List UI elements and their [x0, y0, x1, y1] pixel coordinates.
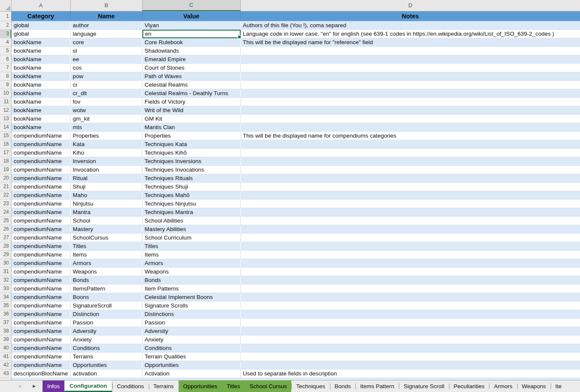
cell-name[interactable]: Passion	[71, 319, 142, 327]
cell-category[interactable]: compendiumName	[11, 234, 71, 242]
cell-value-selected[interactable]: en	[142, 30, 241, 38]
cell-value[interactable]: Emerald Empire	[142, 55, 241, 64]
sheet-tab-ite[interactable]: Ite	[551, 381, 562, 392]
cell-notes[interactable]	[241, 293, 580, 302]
cell-notes[interactable]: Used to separate fields in description	[241, 369, 580, 378]
cell-name[interactable]: Maho	[71, 191, 142, 200]
cell-category[interactable]: compendiumName	[11, 183, 71, 191]
cell-name[interactable]: Terrains	[71, 353, 142, 361]
cell-name[interactable]: gm_kit	[71, 115, 142, 123]
cell-name[interactable]: Bonds	[71, 276, 142, 285]
cell-name[interactable]: ee	[71, 55, 142, 64]
cell-name[interactable]: Armors	[71, 259, 142, 268]
cell-notes[interactable]	[241, 157, 580, 166]
cell-notes[interactable]	[241, 285, 580, 293]
header-cell-name[interactable]: Name	[71, 11, 142, 21]
cell-value[interactable]: Items	[142, 251, 241, 259]
cell-value[interactable]: Mastery Abilities	[142, 225, 241, 234]
cell-notes[interactable]	[241, 242, 580, 251]
cell-notes[interactable]	[241, 166, 580, 174]
sheet-tab-items-pattern[interactable]: Items Pattern	[355, 381, 399, 392]
cell-notes[interactable]	[241, 268, 580, 276]
cell-notes[interactable]	[241, 361, 580, 369]
sheet-tab-conditions[interactable]: Conditions	[112, 381, 149, 392]
cell-notes[interactable]	[241, 234, 580, 242]
row-number[interactable]: 12	[0, 106, 11, 115]
cell-category[interactable]: compendiumName	[11, 157, 71, 166]
cell-notes[interactable]: This will be the displayed name for comp…	[241, 132, 580, 140]
cell-value[interactable]: Fields of Victory	[142, 98, 241, 106]
sheet-nav-right-icon[interactable]: ▶	[33, 384, 36, 388]
cell-notes[interactable]	[241, 302, 580, 310]
row-number[interactable]: 28	[0, 242, 11, 251]
cell-category[interactable]: compendiumName	[11, 251, 71, 259]
row-number[interactable]: 43	[0, 369, 11, 378]
cell-value[interactable]: Techniques Rituals	[142, 174, 241, 183]
cell-name[interactable]: Shuji	[71, 183, 142, 191]
cell-notes[interactable]	[241, 310, 580, 319]
cell-category[interactable]: compendiumName	[11, 293, 71, 302]
cell-notes[interactable]	[241, 174, 580, 183]
cell-category[interactable]: compendiumName	[11, 344, 71, 353]
row-number[interactable]: 35	[0, 302, 11, 310]
cell-value[interactable]: Celestial Implement Boons	[142, 293, 241, 302]
cell-value[interactable]: Terrain Qualities	[142, 353, 241, 361]
cell-value[interactable]: Properties	[142, 132, 241, 140]
cell-category[interactable]: compendiumName	[11, 200, 71, 208]
cell-category[interactable]: compendiumName	[11, 336, 71, 344]
column-header-b[interactable]: B	[71, 0, 142, 11]
cell-notes[interactable]	[241, 225, 580, 234]
row-number[interactable]: 40	[0, 344, 11, 353]
cell-category[interactable]: bookName	[11, 106, 71, 115]
cell-category[interactable]: compendiumName	[11, 225, 71, 234]
row-number[interactable]: 9	[0, 81, 11, 89]
cell-value[interactable]: School Abilities	[142, 217, 241, 225]
cell-name[interactable]: Inversion	[71, 157, 142, 166]
sheet-tab-terrains[interactable]: Terrains	[149, 381, 179, 392]
cell-category[interactable]: bookName	[11, 47, 71, 55]
cell-name[interactable]: ItemsPattern	[71, 285, 142, 293]
cell-value[interactable]: Techniques Mantra	[142, 208, 241, 217]
cell-value[interactable]: Signature Scrolls	[142, 302, 241, 310]
row-number[interactable]: 15	[0, 132, 11, 140]
cell-notes[interactable]	[241, 183, 580, 191]
header-cell-category[interactable]: Category	[11, 11, 71, 21]
cell-name[interactable]: sl	[71, 47, 142, 55]
column-header-d[interactable]: D	[241, 0, 580, 11]
row-number[interactable]: 36	[0, 310, 11, 319]
row-number[interactable]: 41	[0, 353, 11, 361]
row-number[interactable]: 2	[0, 21, 11, 30]
cell-notes[interactable]	[241, 353, 580, 361]
cell-value[interactable]: Weapons	[142, 268, 241, 276]
cell-category[interactable]: compendiumName	[11, 353, 71, 361]
cell-category[interactable]: compendiumName	[11, 319, 71, 327]
cell-value[interactable]: Bonds	[142, 276, 241, 285]
sheet-tab-configuration[interactable]: Configuration	[64, 381, 112, 392]
sheet-tab-signature-scroll[interactable]: Signature Scroll	[399, 381, 449, 392]
sheet-tab-techniques[interactable]: Techniques	[291, 381, 330, 392]
cell-notes[interactable]	[241, 149, 580, 157]
row-number[interactable]: 32	[0, 276, 11, 285]
row-number[interactable]: 25	[0, 217, 11, 225]
row-number[interactable]: 4	[0, 38, 11, 47]
row-number[interactable]: 27	[0, 234, 11, 242]
cell-notes[interactable]	[241, 276, 580, 285]
row-number[interactable]: 34	[0, 293, 11, 302]
cell-notes[interactable]	[241, 344, 580, 353]
cell-value[interactable]: Techniques Ninjutsu	[142, 200, 241, 208]
cell-name[interactable]: activation	[71, 369, 142, 378]
sheet-tab-weapons[interactable]: Weapons	[517, 381, 551, 392]
cell-category[interactable]: compendiumName	[11, 302, 71, 310]
cell-name[interactable]: Kiho	[71, 149, 142, 157]
cell-value[interactable]: Vlyan	[142, 21, 241, 30]
cell-category[interactable]: descriptionBlocName	[11, 369, 71, 378]
cell-name[interactable]: pow	[71, 72, 142, 81]
cell-notes[interactable]: Authors of this file (You !), coma separ…	[241, 21, 580, 30]
row-number[interactable]: 21	[0, 183, 11, 191]
cell-name[interactable]: Properties	[71, 132, 142, 140]
cell-name[interactable]: cr	[71, 81, 142, 89]
row-number[interactable]: 8	[0, 72, 11, 81]
row-number[interactable]: 10	[0, 89, 11, 98]
cell-notes[interactable]	[241, 208, 580, 217]
cell-notes[interactable]: This will be the displayed name for "ref…	[241, 38, 580, 47]
